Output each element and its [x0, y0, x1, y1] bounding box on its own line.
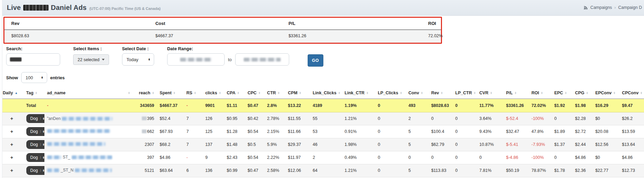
- col-header-lp-ctr[interactable]: LP_CTR▲▼: [453, 87, 477, 99]
- cell-lp-ctr: 0: [453, 99, 477, 112]
- tag-select[interactable]: Dog▲▼: [26, 166, 44, 175]
- cell-epconv: $16.29: [592, 99, 619, 112]
- col-header-epconv[interactable]: EPConv▲▼: [592, 87, 619, 99]
- ad-name-link[interactable]: "anDen: [47, 116, 113, 121]
- col-header-cpconv[interactable]: CPConv▲▼: [619, 87, 644, 99]
- tag-select[interactable]: Dog▲▼: [26, 153, 44, 162]
- tag-select[interactable]: Dog▲▼: [26, 140, 44, 149]
- col-header-clicks[interactable]: clicks▲▼: [202, 87, 224, 99]
- cell-cpg: $2.28: [572, 112, 592, 125]
- cell-link-ctr: 1.98%: [342, 138, 375, 151]
- cell-ctr: 2.78%: [264, 112, 285, 125]
- tag-value: Dog: [30, 168, 38, 173]
- search-group: Search:: [6, 46, 60, 66]
- tag-select[interactable]: Dog▲▼: [26, 114, 44, 123]
- tag-value: Dog: [30, 116, 38, 121]
- cell-epconv: $20.08: [592, 125, 619, 138]
- table-row: +Dog▲▼"anDen395$52.47126$0.95$0.422.78%$…: [0, 112, 644, 125]
- cell-cpc: $0.54: [245, 151, 264, 164]
- cell-epc: $1.89: [551, 125, 572, 138]
- cell-spent: $68.2: [157, 138, 184, 151]
- ad-name-link[interactable]: [47, 129, 110, 133]
- ad-name-fragment: _ST_N: [61, 168, 73, 173]
- select-date-dropdown[interactable]: Today ▲▼: [122, 53, 154, 66]
- cell-rev: 0: [428, 151, 452, 164]
- sort-both-icon: ▲▼: [400, 92, 402, 94]
- cell-rev: $8028.63: [428, 99, 452, 112]
- cell-cpa: $0.95: [224, 112, 245, 125]
- col-header-link-clicks[interactable]: Link_Clicks▲▼: [310, 87, 342, 99]
- cell-epc: 0: [551, 112, 572, 125]
- col-header-label: Link_CTR: [345, 91, 364, 95]
- select-arrows-icon: ▲▼: [40, 143, 44, 146]
- ad-name-link[interactable]: _ST_N: [47, 168, 112, 173]
- col-header-link-ctr[interactable]: Link_CTR▲▼: [342, 87, 375, 99]
- col-header-label: CTR: [267, 91, 276, 95]
- search-input[interactable]: [6, 53, 60, 66]
- col-header-ctr[interactable]: CTR▲▼: [264, 87, 285, 99]
- col-header-cvr[interactable]: CVR▲▼: [477, 87, 503, 99]
- cell-cpa: $0.99: [224, 164, 245, 177]
- select-date-group: Select Date : Today ▲▼: [122, 46, 154, 66]
- ad-name-link[interactable]: [47, 142, 105, 146]
- col-header-reach[interactable]: reach▲▼: [133, 87, 157, 99]
- expand-row-button[interactable]: +: [10, 168, 13, 173]
- tag-select[interactable]: Dog▲▼: [26, 127, 44, 136]
- sort-both-icon: ▲▼: [441, 92, 443, 94]
- date-to-input[interactable]: [235, 53, 289, 66]
- cell-link-ctr: 1.19%: [342, 99, 375, 112]
- col-header-rs[interactable]: RS▲▼: [184, 87, 202, 99]
- col-header-cpm[interactable]: CPM▲▼: [285, 87, 310, 99]
- cell-link-clicks: 4189: [310, 99, 342, 112]
- cell-link-clicks: 46: [310, 138, 342, 151]
- total-label: Total: [24, 99, 44, 112]
- col-header-cpg[interactable]: CPG▲▼: [572, 87, 592, 99]
- cell-rs: -: [184, 99, 202, 112]
- col-header-cpa[interactable]: CPA▲▼: [224, 87, 245, 99]
- campaign-dashboard-page: Live Daniel Ads (UTC-07:00) Pacific Time…: [0, 0, 644, 178]
- expand-row-button[interactable]: +: [10, 155, 13, 160]
- cell-conv: 493: [406, 99, 429, 112]
- col-header-label: CPA: [227, 91, 235, 95]
- breadcrumb-campaigns-link[interactable]: Campaigns: [590, 5, 612, 10]
- cell-cpc: $0.5: [245, 138, 264, 151]
- col-header-daily[interactable]: Daily▲: [0, 87, 24, 99]
- expand-row-button[interactable]: +: [10, 129, 13, 134]
- cell-roi: 47.8%: [529, 125, 552, 138]
- col-header-lp-clicks[interactable]: LP_Clicks▲▼: [375, 87, 406, 99]
- col-header-cpc[interactable]: CPC▲▼: [245, 87, 264, 99]
- select-items-dropdown[interactable]: 22 selected: [73, 54, 109, 65]
- cell-clicks: 9901: [202, 99, 224, 112]
- table-row: +Dog▲▼_ST_N5121$63.646136$0.99$0.472.58%…: [0, 164, 644, 177]
- date-from-input[interactable]: [167, 53, 225, 66]
- summary-header-row: Rev Cost P/L ROI: [4, 18, 441, 29]
- cell-cpc: $0.54: [245, 125, 264, 138]
- col-header-rev[interactable]: Rev▲▼: [428, 87, 452, 99]
- breadcrumb-current[interactable]: Campaign D: [618, 5, 642, 10]
- col-header-ad-name[interactable]: ad_name▲▼: [44, 87, 133, 99]
- timezone-label: (UTC-07:00) Pacific Time (US & Canada): [89, 6, 160, 11]
- tag-value: Dog: [30, 129, 38, 134]
- go-button[interactable]: GO: [308, 54, 323, 67]
- expand-row-button[interactable]: +: [10, 116, 13, 121]
- col-header-p-l[interactable]: P/L▲▼: [503, 87, 528, 99]
- expand-row-button[interactable]: +: [10, 142, 13, 147]
- cell-p-l: $-52.4: [503, 112, 528, 125]
- col-header-epc[interactable]: EPC▲▼: [551, 87, 572, 99]
- cell-rev: $100.4: [428, 125, 452, 138]
- sort-both-icon: ▲▼: [366, 92, 368, 94]
- entries-count-select[interactable]: 100 ▲▼: [21, 72, 47, 83]
- ad-name-link[interactable]: ST_: [47, 155, 112, 160]
- cell-p-l: $32.47: [503, 125, 528, 138]
- col-header-conv[interactable]: Conv▲▼: [406, 87, 429, 99]
- cell-cpa: $1.48: [224, 138, 245, 151]
- col-header-label: CVR: [479, 91, 488, 95]
- col-header-label: LP_CTR: [455, 91, 472, 95]
- breadcrumb-separator: ›: [614, 5, 616, 10]
- col-header-spent[interactable]: Spent▲▼: [157, 87, 184, 99]
- col-header-roi[interactable]: ROI▲▼: [529, 87, 552, 99]
- sort-both-icon: ▲▼: [514, 92, 516, 94]
- cell-cpa: $2.43: [224, 151, 245, 164]
- col-header-tag[interactable]: Tag▲▼: [24, 87, 44, 99]
- cell-lp-ctr: 0: [453, 112, 477, 125]
